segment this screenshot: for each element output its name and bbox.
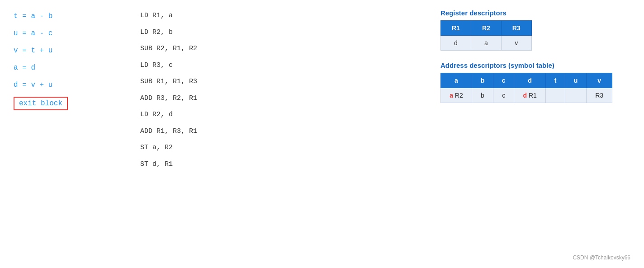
instr4: LD R3, c [140,61,258,71]
addr-cell-0-0: a R2 [441,88,472,103]
addr-cell-0-3: d R1 [514,88,546,103]
addr-header-v: v [587,73,612,88]
reg-value-r1: d [441,36,471,51]
instr8: ADD R1, R3, R1 [140,127,258,137]
addr-row-0: a R2bcd R1R3 [441,88,612,103]
left-panel: t = a - bu = a - cv = t + ua = dd = v + … [14,9,413,169]
reg-value-r3: v [501,36,531,51]
expr5: d = v + u [14,80,113,90]
instr6: ADD R3, R2, R1 [140,94,258,104]
reg-table: R1R2R3 dav [440,20,532,51]
reg-value-r2: a [471,36,501,51]
addr-header-c: c [493,73,514,88]
addr-body: a R2bcd R1R3 [441,88,612,103]
instr7: LD R2, d [140,110,258,120]
instr9: ST a, R2 [140,143,258,153]
watermark: CSDN @Tchaikovsky66 [573,254,630,261]
addr-section: Address descriptors (symbol table) abcdt… [440,61,630,103]
reg-title: Register descriptors [440,9,630,17]
addr-cell-0-2: c [493,88,514,103]
main-container: t = a - bu = a - cv = t + ua = dd = v + … [14,9,630,169]
code-expressions: t = a - bu = a - cv = t + ua = dd = v + … [14,9,113,169]
instr3: SUB R2, R1, R2 [140,44,258,54]
addr-header-d: d [514,73,546,88]
addr-header-u: u [565,73,587,88]
reg-header-r3: R3 [501,21,531,36]
reg-section: Register descriptors R1R2R3 dav [440,9,630,51]
expr4: a = d [14,62,113,73]
reg-header-r1: R1 [441,21,471,36]
expr2: u = a - c [14,28,113,39]
instr2: LD R2, b [140,28,258,38]
addr-header-t: t [545,73,565,88]
expr-exit: exit block [14,97,113,110]
addr-header-b: b [472,73,493,88]
right-panel: Register descriptors R1R2R3 dav Address … [440,9,630,169]
instr1: LD R1, a [140,11,258,21]
reg-header-r2: R2 [471,21,501,36]
addr-title: Address descriptors (symbol table) [440,61,630,69]
expr1: t = a - b [14,11,113,22]
addr-cell-0-4 [545,88,565,103]
expr3: v = t + u [14,45,113,56]
reg-header-row: R1R2R3 [441,21,532,36]
addr-cell-0-6: R3 [587,88,612,103]
instr10: ST d, R1 [140,160,258,170]
addr-header-row: abcdtuv [441,73,612,88]
instr5: SUB R1, R1, R3 [140,77,258,87]
assembly-instructions: LD R1, aLD R2, bSUB R2, R1, R2LD R3, cSU… [140,9,258,169]
addr-header-a: a [441,73,472,88]
addr-cell-0-1: b [472,88,493,103]
reg-value-row: dav [441,36,532,51]
addr-table: abcdtuv a R2bcd R1R3 [440,73,612,103]
addr-cell-0-5 [565,88,587,103]
